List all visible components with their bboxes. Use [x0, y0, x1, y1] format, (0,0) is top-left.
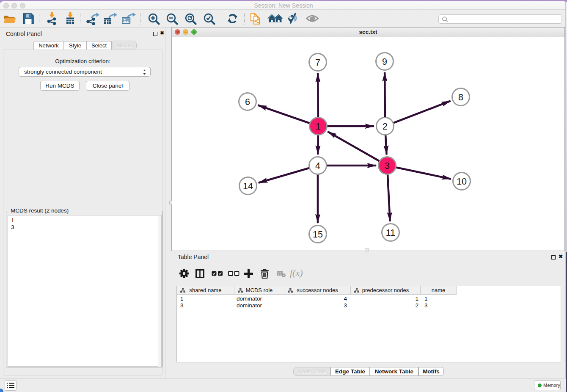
svg-text:9: 9 [382, 57, 387, 67]
svg-text:10: 10 [457, 177, 467, 187]
svg-text:14: 14 [243, 181, 253, 191]
svg-text:8: 8 [458, 92, 463, 102]
svg-text:2: 2 [383, 121, 388, 132]
svg-text:15: 15 [313, 229, 323, 240]
svg-text:7: 7 [315, 58, 320, 68]
svg-text:4: 4 [315, 161, 320, 171]
svg-text:11: 11 [386, 228, 395, 238]
svg-text:3: 3 [385, 161, 390, 171]
svg-text:6: 6 [245, 97, 250, 107]
svg-text:1: 1 [316, 121, 321, 132]
